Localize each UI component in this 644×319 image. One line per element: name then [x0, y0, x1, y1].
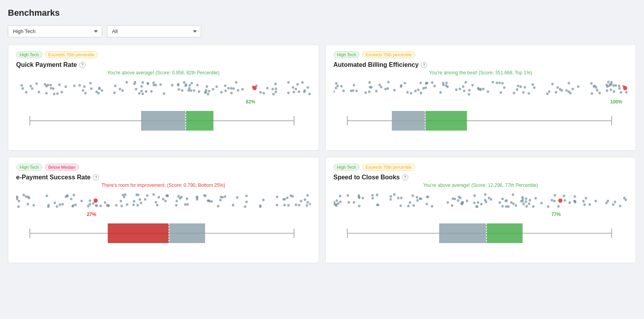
svg-point-219	[350, 90, 352, 92]
svg-point-175	[612, 84, 615, 87]
svg-point-433	[480, 203, 482, 206]
svg-point-274	[300, 200, 302, 203]
svg-point-63	[287, 81, 290, 84]
svg-point-340	[89, 199, 91, 202]
svg-point-131	[410, 92, 412, 95]
svg-point-261	[283, 204, 286, 207]
svg-point-191	[615, 84, 617, 87]
svg-point-154	[446, 85, 448, 88]
tag-exceeds: Exceeds 75th percentile	[45, 51, 98, 58]
svg-point-72	[184, 85, 187, 87]
svg-point-259	[175, 204, 178, 207]
help-icon[interactable]: ?	[93, 174, 99, 181]
svg-point-141	[378, 84, 380, 87]
svg-point-454	[339, 201, 341, 203]
svg-point-204	[384, 88, 387, 90]
svg-point-215	[406, 91, 408, 94]
svg-point-338	[309, 203, 310, 205]
svg-point-263	[176, 200, 178, 203]
svg-point-336	[259, 205, 261, 208]
svg-point-64	[90, 87, 92, 90]
svg-point-281	[184, 203, 186, 206]
help-icon[interactable]: ?	[402, 174, 408, 181]
svg-point-23	[241, 88, 244, 91]
svg-point-385	[612, 203, 614, 206]
card-automated-billing-efficiency: High TechExceeds 75th percentile Automat…	[325, 44, 637, 151]
svg-point-252	[244, 205, 246, 208]
svg-point-288	[217, 205, 219, 208]
svg-point-173	[523, 86, 526, 89]
svg-point-192	[431, 81, 433, 84]
score-text: You're above average! (Score: 0.958, 82t…	[16, 70, 311, 76]
card-title: Automated Billing Efficiency ?	[334, 61, 628, 68]
svg-point-118	[422, 87, 424, 90]
svg-point-313	[59, 203, 61, 206]
svg-point-198	[571, 88, 574, 90]
segment-filter[interactable]: All Small Medium Large	[107, 25, 201, 37]
title-text: Speed to Close Books	[334, 174, 400, 181]
svg-point-330	[203, 194, 205, 197]
svg-point-19	[224, 89, 227, 92]
svg-point-83	[235, 81, 237, 84]
svg-point-27	[113, 92, 116, 94]
svg-point-77	[230, 92, 233, 94]
svg-point-183	[355, 90, 358, 92]
svg-point-105	[237, 89, 239, 92]
help-icon[interactable]: ?	[421, 62, 427, 68]
svg-point-97	[189, 84, 191, 87]
svg-point-54	[134, 81, 136, 83]
svg-point-420	[339, 195, 341, 197]
svg-point-388	[512, 193, 514, 196]
svg-point-238	[306, 204, 308, 207]
title-text: Automated Billing Efficiency	[334, 61, 419, 68]
svg-point-310	[74, 204, 77, 207]
industry-filter[interactable]: High Tech Finance Healthcare Retail Manu…	[8, 25, 102, 37]
svg-point-37	[193, 89, 195, 92]
svg-point-4	[272, 93, 275, 96]
svg-point-301	[207, 199, 210, 202]
svg-point-210	[342, 90, 345, 92]
svg-point-123	[336, 85, 339, 87]
svg-rect-232	[392, 111, 425, 131]
svg-point-143	[498, 81, 501, 84]
svg-point-249	[124, 193, 127, 196]
percentile-label: 27%	[87, 212, 96, 217]
svg-point-197	[479, 88, 481, 90]
svg-point-335	[81, 199, 83, 202]
svg-point-139	[556, 86, 559, 89]
svg-point-450	[521, 200, 523, 203]
svg-point-59	[83, 85, 86, 88]
svg-point-442	[505, 205, 507, 208]
svg-point-80	[198, 90, 200, 93]
svg-point-66	[303, 89, 306, 92]
svg-point-464	[558, 198, 562, 203]
svg-point-28	[296, 83, 299, 86]
svg-point-282	[152, 193, 155, 196]
svg-point-423	[582, 200, 584, 203]
svg-point-79	[308, 93, 311, 96]
svg-point-76	[25, 91, 28, 94]
svg-point-278	[73, 194, 75, 197]
svg-point-446	[557, 205, 560, 208]
svg-rect-468	[439, 223, 486, 243]
svg-point-217	[527, 92, 530, 95]
svg-point-329	[146, 194, 149, 197]
svg-point-251	[22, 194, 25, 196]
svg-point-176	[420, 92, 422, 94]
svg-point-413	[525, 205, 528, 208]
svg-point-11	[177, 84, 179, 87]
help-icon[interactable]: ?	[79, 62, 86, 68]
svg-point-276	[219, 199, 222, 201]
svg-point-403	[416, 196, 418, 199]
svg-point-262	[262, 199, 264, 201]
svg-point-460	[416, 199, 418, 202]
svg-point-193	[503, 86, 505, 89]
svg-point-95	[275, 87, 277, 90]
boxplot: 77%	[334, 212, 628, 255]
svg-point-452	[477, 201, 479, 204]
svg-point-414	[490, 198, 492, 201]
svg-point-156	[400, 85, 402, 88]
svg-point-221	[594, 86, 597, 89]
svg-point-186	[613, 90, 615, 93]
svg-point-75	[227, 87, 229, 90]
